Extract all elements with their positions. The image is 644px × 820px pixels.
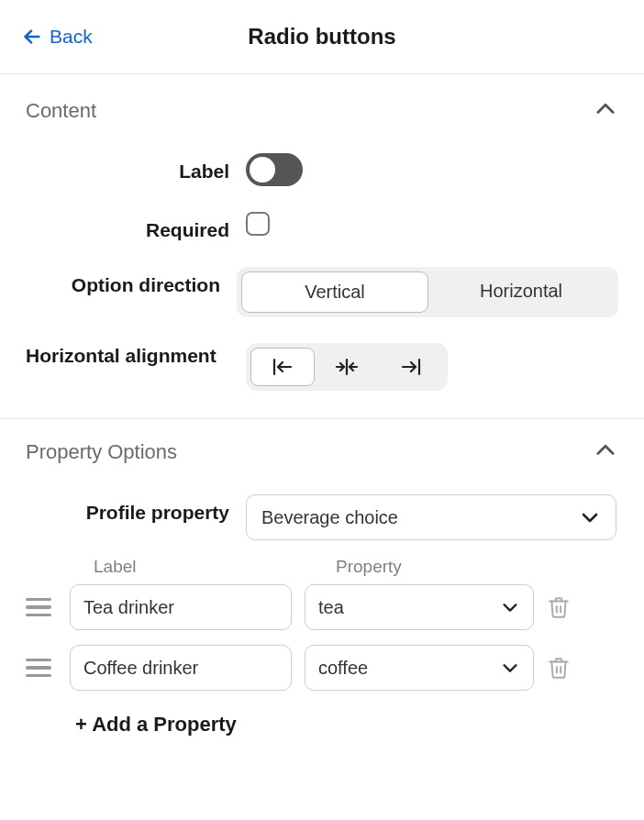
column-property-header: Property xyxy=(336,557,402,577)
chevron-up-icon xyxy=(593,96,618,126)
align-right[interactable] xyxy=(379,348,443,386)
content-section-header[interactable]: Content xyxy=(26,96,618,126)
direction-vertical[interactable]: Vertical xyxy=(241,271,428,313)
chevron-down-icon xyxy=(500,597,520,617)
page-title: Radio buttons xyxy=(248,24,395,50)
halign-segmented xyxy=(246,343,448,391)
content-section: Content Label Required Option direction … xyxy=(0,74,644,418)
chevron-down-icon xyxy=(500,658,520,678)
label-field-label: Label xyxy=(26,153,246,183)
add-property-button[interactable]: + Add a Property xyxy=(75,713,618,737)
profile-property-value: Beverage choice xyxy=(261,507,398,528)
toggle-knob xyxy=(250,157,275,183)
row-property-value: tea xyxy=(318,597,344,618)
required-row: Required xyxy=(26,212,618,241)
trash-icon[interactable] xyxy=(547,595,571,619)
property-section-header[interactable]: Property Options xyxy=(26,438,618,467)
halign-row: Horizontal alignment xyxy=(26,343,618,391)
profile-property-row: Profile property Beverage choice xyxy=(26,494,618,540)
label-row: Label xyxy=(26,153,618,186)
row-property-select[interactable]: tea xyxy=(305,584,534,630)
direction-field-label: Option direction xyxy=(26,267,237,296)
profile-property-label: Profile property xyxy=(26,494,246,524)
direction-segmented: Vertical Horizontal xyxy=(237,267,618,317)
label-toggle[interactable] xyxy=(246,153,303,186)
align-center[interactable] xyxy=(315,348,379,386)
row-property-select[interactable]: coffee xyxy=(305,645,534,691)
property-section-title: Property Options xyxy=(26,440,177,464)
chevron-down-icon xyxy=(579,506,601,528)
required-checkbox[interactable] xyxy=(246,212,270,236)
property-section: Property Options Profile property Bevera… xyxy=(0,419,644,755)
property-row: coffee xyxy=(26,645,618,691)
drag-handle-icon[interactable] xyxy=(26,659,57,678)
profile-property-select[interactable]: Beverage choice xyxy=(246,494,616,540)
row-label-input[interactable] xyxy=(70,584,292,630)
trash-icon[interactable] xyxy=(547,656,571,680)
row-label-input[interactable] xyxy=(70,645,292,691)
required-field-label: Required xyxy=(26,212,246,241)
content-section-title: Content xyxy=(26,99,96,123)
align-left[interactable] xyxy=(250,348,315,386)
drag-handle-icon[interactable] xyxy=(26,598,57,617)
chevron-up-icon xyxy=(593,438,618,467)
direction-row: Option direction Vertical Horizontal xyxy=(26,267,618,317)
row-property-value: coffee xyxy=(318,658,368,679)
property-row: tea xyxy=(26,584,618,630)
back-arrow-icon xyxy=(22,27,42,47)
back-label: Back xyxy=(50,26,93,48)
halign-field-label: Horizontal alignment xyxy=(26,343,229,369)
column-headers: Label Property xyxy=(26,557,618,577)
back-button[interactable]: Back xyxy=(22,26,93,48)
direction-horizontal[interactable]: Horizontal xyxy=(428,271,614,313)
header-bar: Back Radio buttons xyxy=(0,0,644,73)
column-label-header: Label xyxy=(94,557,336,577)
